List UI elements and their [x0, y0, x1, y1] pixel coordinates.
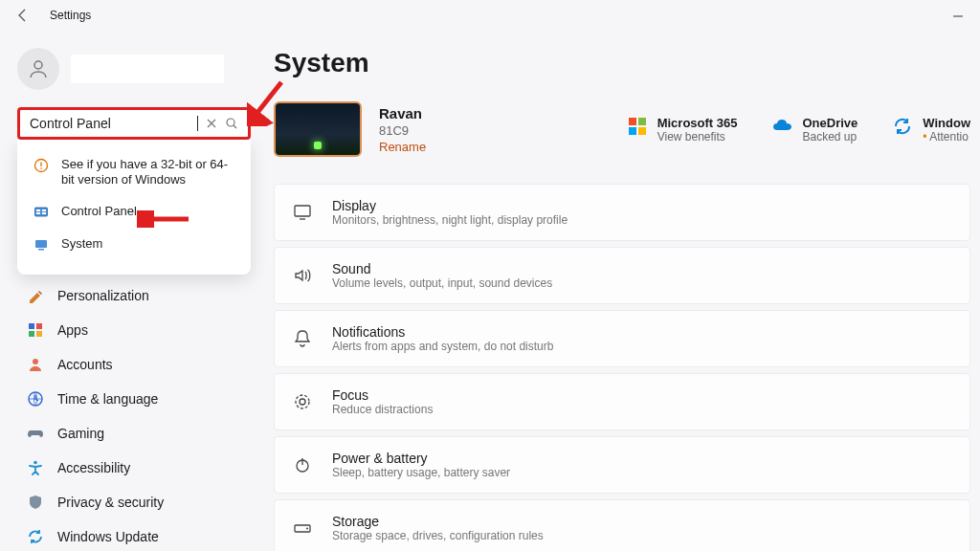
svg-point-32: [306, 528, 308, 530]
time-icon: [27, 390, 44, 408]
nav-label: Windows Update: [57, 529, 159, 544]
svg-rect-14: [29, 323, 34, 329]
search-suggestions: See if you have a 32-bit or 64-bit versi…: [17, 140, 251, 275]
privacy-icon: [27, 494, 44, 511]
promo-windows-update[interactable]: WindowAttentio: [892, 116, 970, 143]
svg-line-3: [234, 125, 236, 128]
accounts-icon: [27, 356, 44, 373]
ms365-icon: [627, 116, 648, 137]
card-title: Sound: [332, 261, 552, 276]
promo-sub: Attentio: [923, 130, 970, 143]
card-sound[interactable]: SoundVolume levels, output, input, sound…: [274, 247, 970, 304]
minimize-button[interactable]: [951, 10, 965, 23]
svg-point-1: [34, 61, 42, 69]
card-display[interactable]: DisplayMonitors, brightness, night light…: [274, 184, 970, 241]
card-sub: Sleep, battery usage, battery saver: [332, 466, 510, 479]
device-thumbnail[interactable]: [274, 101, 362, 157]
card-sub: Storage space, drives, configuration rul…: [332, 529, 544, 542]
search-box[interactable]: Control Panel: [17, 107, 251, 140]
svg-rect-7: [35, 208, 48, 216]
search-icon[interactable]: [225, 117, 238, 130]
suggestion-label: See if you have a 32-bit or 64-bit versi…: [61, 157, 235, 188]
nav-gaming[interactable]: Gaming: [17, 416, 251, 451]
nav-label: Accounts: [57, 357, 113, 372]
card-title: Storage: [332, 514, 544, 529]
device-header: Ravan 81C9 Rename Microsoft 365View bene…: [274, 101, 980, 157]
card-title: Focus: [332, 387, 433, 403]
apps-icon: [27, 321, 44, 339]
promo-title: Window: [923, 116, 970, 130]
card-sub: Monitors, brightness, night light, displ…: [332, 213, 568, 227]
nav-time-language[interactable]: Time & language: [17, 382, 251, 416]
sound-icon: [292, 265, 313, 286]
info-warn-icon: [33, 157, 50, 174]
suggestion-label: Control Panel: [61, 204, 137, 219]
nav-label: Apps: [57, 322, 88, 338]
nav-windows-update[interactable]: Windows Update: [17, 519, 251, 552]
card-storage[interactable]: StorageStorage space, drives, configurat…: [274, 499, 970, 551]
card-focus[interactable]: FocusReduce distractions: [274, 373, 970, 430]
svg-rect-22: [638, 118, 646, 125]
svg-point-18: [33, 359, 38, 364]
clear-search-icon[interactable]: [206, 118, 217, 129]
nav-label: Gaming: [57, 426, 104, 441]
nav-apps[interactable]: Apps: [17, 313, 251, 347]
svg-rect-25: [295, 206, 310, 216]
display-icon: [292, 202, 313, 223]
gaming-icon: [27, 425, 44, 442]
nav-personalization[interactable]: Personalization: [17, 278, 251, 313]
winupdate-icon: [892, 116, 913, 137]
svg-rect-21: [629, 118, 636, 125]
svg-rect-16: [29, 331, 34, 337]
avatar: [17, 48, 59, 90]
window-title: Settings: [50, 9, 91, 22]
card-power-battery[interactable]: Power & batterySleep, battery usage, bat…: [274, 436, 970, 494]
system-icon: [33, 236, 50, 253]
nav-label: Personalization: [57, 288, 149, 303]
rename-link[interactable]: Rename: [379, 140, 426, 154]
nav-privacy-security[interactable]: Privacy & security: [17, 485, 251, 519]
focus-icon: [292, 391, 313, 412]
nav-label: Time & language: [57, 391, 158, 407]
suggestion-system[interactable]: System: [17, 229, 251, 261]
account-name-placeholder: [71, 55, 224, 83]
titlebar: Settings: [0, 0, 980, 31]
card-title: Notifications: [332, 324, 553, 340]
back-button[interactable]: [15, 8, 31, 23]
notifications-icon: [292, 328, 313, 349]
svg-rect-11: [42, 212, 46, 214]
suggestion-32-64-bit[interactable]: See if you have a 32-bit or 64-bit versi…: [17, 149, 251, 196]
svg-rect-12: [35, 240, 47, 248]
svg-point-28: [300, 399, 305, 405]
search-input[interactable]: Control Panel: [30, 116, 189, 131]
svg-rect-17: [36, 331, 42, 337]
svg-rect-8: [36, 209, 40, 211]
promo-microsoft-365[interactable]: Microsoft 365View benefits: [627, 116, 738, 143]
accessibility-icon: [27, 459, 44, 476]
promo-onedrive[interactable]: OneDriveBacked up: [771, 116, 858, 143]
power-icon: [292, 454, 313, 475]
svg-rect-23: [629, 127, 636, 135]
suggestion-control-panel[interactable]: Control Panel: [17, 196, 251, 229]
svg-point-2: [227, 119, 234, 126]
promo-sub: Backed up: [802, 130, 858, 143]
card-title: Display: [332, 198, 568, 213]
card-sub: Alerts from apps and system, do not dist…: [332, 340, 553, 353]
svg-point-6: [40, 167, 42, 169]
nav-accounts[interactable]: Accounts: [17, 347, 251, 382]
nav-label: Accessibility: [57, 460, 130, 475]
promo-title: OneDrive: [802, 116, 858, 130]
svg-rect-24: [638, 127, 646, 135]
device-name: Ravan: [379, 105, 426, 121]
suggestion-label: System: [61, 236, 102, 252]
storage-icon: [292, 518, 313, 539]
account-header[interactable]: [17, 48, 251, 90]
onedrive-icon: [771, 116, 792, 137]
settings-cards: DisplayMonitors, brightness, night light…: [274, 184, 980, 551]
svg-point-20: [33, 460, 37, 464]
card-sub: Reduce distractions: [332, 403, 433, 416]
promo-title: Microsoft 365: [657, 116, 738, 130]
nav-accessibility[interactable]: Accessibility: [17, 451, 251, 485]
svg-rect-9: [42, 209, 46, 211]
card-notifications[interactable]: NotificationsAlerts from apps and system…: [274, 310, 970, 367]
